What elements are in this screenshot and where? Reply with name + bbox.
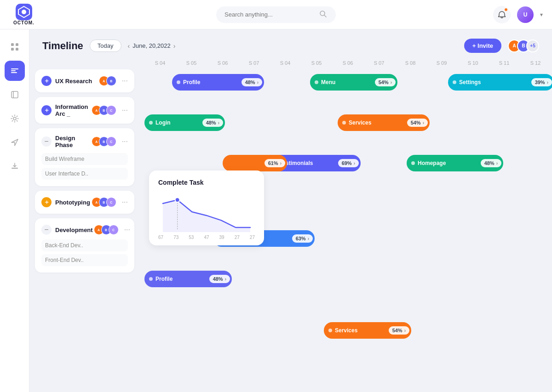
svg-rect-9 <box>11 68 18 69</box>
col-header: S 11 <box>489 58 520 68</box>
gantt-pill[interactable]: Login48%› <box>144 114 225 131</box>
sidebar-item-book[interactable] <box>5 85 25 105</box>
search-input[interactable] <box>224 11 316 18</box>
timeline-body: ＋UX ResearchAB···＋Information Arc _ABC··… <box>29 69 552 344</box>
gantt-pill[interactable]: Services54%› <box>324 322 411 339</box>
gantt-pill[interactable]: Services54%› <box>338 114 430 131</box>
pill-percent: 69% <box>342 160 352 166</box>
logo-area[interactable]: OCTOM. <box>9 4 39 25</box>
col-header: S 07 <box>238 58 270 68</box>
pill-percent-area: 48%› <box>209 275 230 283</box>
pill-chevron-icon: › <box>257 80 259 85</box>
pill-dot <box>453 80 456 84</box>
gantt-pill[interactable]: 61%› <box>223 155 287 171</box>
col-header: S 05 <box>176 58 207 68</box>
pill-label: Settings <box>459 79 481 85</box>
task-collapse-button[interactable]: − <box>41 136 52 147</box>
notification-badge <box>504 8 508 11</box>
svg-rect-15 <box>12 168 18 169</box>
pill-chevron-icon: › <box>280 161 282 166</box>
invite-button[interactable]: + Invite <box>464 39 501 53</box>
sidebar-item-grid[interactable] <box>5 37 25 57</box>
pill-label: Profile <box>155 276 172 282</box>
gantt-pill[interactable]: Profile48%› <box>172 74 264 91</box>
sub-task: User Interface D.. <box>41 168 128 180</box>
task-title: Information Arc _ <box>55 103 91 117</box>
task-add-button[interactable]: ＋ <box>41 105 52 115</box>
chart-label: 53 <box>189 235 194 240</box>
pill-percent-area: 54%› <box>407 119 428 127</box>
topnav-right: U ▾ <box>493 6 543 23</box>
task-collapse-button[interactable]: − <box>41 225 52 235</box>
task-add-button[interactable]: ＋ <box>41 197 52 207</box>
task-more-button[interactable]: ··· <box>122 77 128 85</box>
task-title: Development <box>55 227 93 233</box>
task-add-button[interactable]: ＋ <box>41 76 52 86</box>
svg-rect-8 <box>16 48 18 51</box>
notification-button[interactable] <box>493 6 511 23</box>
task-card: ＋UX ResearchAB··· <box>35 69 134 92</box>
timeline-title: Timeline <box>42 40 83 52</box>
svg-rect-5 <box>11 43 14 46</box>
search-bar[interactable] <box>216 6 336 23</box>
sub-task: Back-End Dev.. <box>41 239 128 251</box>
task-avatars: ABC <box>94 197 116 207</box>
task-more-button[interactable]: ··· <box>122 198 128 206</box>
task-avatars: ABC <box>94 136 116 147</box>
pill-chevron-icon: › <box>423 120 424 125</box>
pill-label: Services <box>335 327 357 334</box>
date-prev-button[interactable]: ‹ <box>128 42 130 50</box>
sidebar-item-timeline[interactable] <box>5 61 25 81</box>
task-more-button[interactable]: ··· <box>122 137 128 146</box>
svg-line-4 <box>324 15 326 17</box>
svg-point-2 <box>22 10 26 14</box>
sub-task: Build Wireframe <box>41 153 128 165</box>
gantt-pill[interactable]: Homepage48%› <box>407 155 503 171</box>
sub-tasks: Build WireframeUser Interface D.. <box>41 153 128 180</box>
search-icon <box>319 10 327 19</box>
chart-label: 73 <box>173 235 178 240</box>
pill-percent: 54% <box>392 328 402 333</box>
col-header: S 06 <box>207 58 238 68</box>
sidebar-item-settings[interactable] <box>5 108 25 129</box>
pill-dot <box>342 121 346 125</box>
chart-label: 39 <box>219 235 224 240</box>
today-button[interactable]: Today <box>90 40 121 52</box>
task-avatars: ABC <box>94 105 116 115</box>
pill-percent-area: 39%› <box>531 78 552 86</box>
col-header: S 07 <box>363 58 395 68</box>
task-more-button[interactable]: ··· <box>124 226 130 234</box>
pill-label: Services <box>349 119 371 126</box>
user-avatar[interactable]: U <box>517 6 534 23</box>
pill-percent-area: 48%› <box>242 78 262 86</box>
pill-chevron-icon: › <box>404 328 406 333</box>
task-avatar: C <box>106 136 116 147</box>
date-next-button[interactable]: › <box>173 42 176 50</box>
task-card-header: ＋Information Arc _ABC··· <box>41 103 128 117</box>
chevron-down-icon[interactable]: ▾ <box>540 11 543 18</box>
pill-percent-area: 54%› <box>389 326 409 335</box>
sidebar-item-send[interactable] <box>5 132 25 153</box>
task-more-button[interactable]: ··· <box>122 106 128 114</box>
pill-dot <box>315 80 318 84</box>
pill-dot <box>149 121 153 125</box>
pill-dot <box>411 161 415 165</box>
chart-label: 27 <box>250 235 255 240</box>
task-avatar: C <box>106 105 116 115</box>
pill-percent: 54% <box>411 120 421 125</box>
main-layout: Timeline Today ‹ June, 20,2022 › + Invit… <box>0 29 552 392</box>
chart-card: Complete Task 67735347392727 <box>149 170 264 245</box>
pill-percent: 48% <box>206 120 216 125</box>
pill-chevron-icon: › <box>391 80 392 85</box>
col-header: S 09 <box>426 58 457 68</box>
task-title: Phototyping <box>55 199 91 206</box>
main-content: Timeline Today ‹ June, 20,2022 › + Invit… <box>29 29 552 392</box>
gantt-pill[interactable]: Menu54%› <box>310 74 397 91</box>
col-header: S 06 <box>332 58 363 68</box>
gantt-pill[interactable]: Settings39%› <box>448 74 552 91</box>
sidebar-item-export[interactable] <box>5 156 25 176</box>
chart-label: 47 <box>204 235 209 240</box>
gantt-pill[interactable]: Profile48%› <box>144 271 232 287</box>
pill-label: Homepage <box>418 160 446 166</box>
col-header: S 12 <box>520 58 547 68</box>
